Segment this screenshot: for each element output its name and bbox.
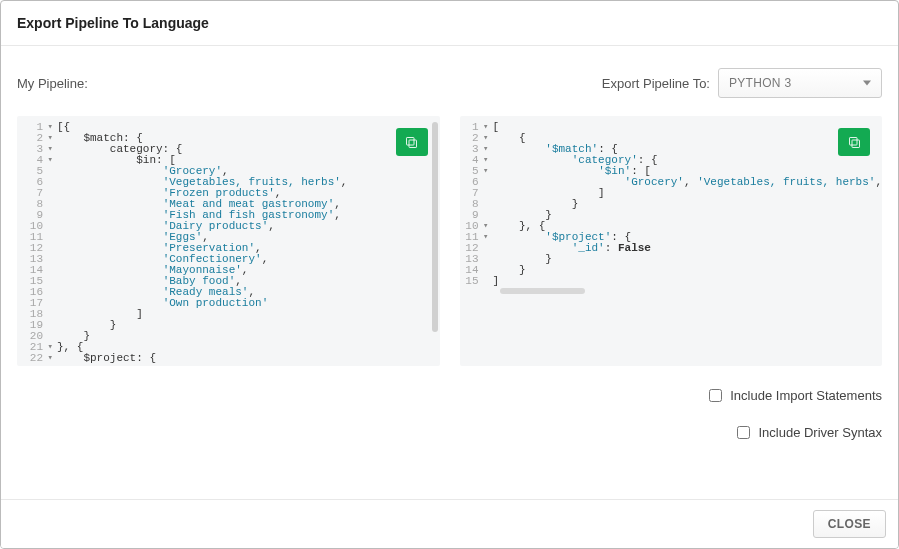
include-imports-checkbox[interactable]: Include Import Statements xyxy=(709,388,882,403)
chevron-down-icon xyxy=(863,81,871,86)
exported-code-pane: 1▾2▾3▾4▾5▾678910▾11▾12131415 [ { '$match… xyxy=(460,116,883,366)
source-code-area[interactable]: 1▾2▾3▾4▾56789101112131415161718192021▾22… xyxy=(17,116,440,364)
svg-rect-2 xyxy=(852,140,860,148)
include-driver-checkbox[interactable]: Include Driver Syntax xyxy=(737,425,882,440)
source-pipeline-pane: 1▾2▾3▾4▾56789101112131415161718192021▾22… xyxy=(17,116,440,366)
dialog-content: My Pipeline: Export Pipeline To: PYTHON … xyxy=(1,46,898,450)
copy-icon xyxy=(404,135,419,150)
svg-rect-3 xyxy=(849,137,857,145)
export-options: Include Import Statements Include Driver… xyxy=(17,388,882,440)
include-imports-label: Include Import Statements xyxy=(730,388,882,403)
dialog-title: Export Pipeline To Language xyxy=(17,15,882,31)
svg-rect-1 xyxy=(407,137,415,145)
copy-exported-button[interactable] xyxy=(838,128,870,156)
include-driver-label: Include Driver Syntax xyxy=(758,425,882,440)
dialog-footer: CLOSE xyxy=(1,499,898,548)
language-dropdown[interactable]: PYTHON 3 xyxy=(718,68,882,98)
scrollbar-horizontal[interactable] xyxy=(500,288,585,294)
close-button[interactable]: CLOSE xyxy=(813,510,886,538)
dialog-header: Export Pipeline To Language xyxy=(1,1,898,46)
svg-rect-0 xyxy=(409,140,417,148)
include-imports-input[interactable] xyxy=(709,389,722,402)
include-driver-input[interactable] xyxy=(737,426,750,439)
language-dropdown-value: PYTHON 3 xyxy=(729,76,791,90)
copy-icon xyxy=(847,135,862,150)
top-row: My Pipeline: Export Pipeline To: PYTHON … xyxy=(17,68,882,98)
code-panes: 1▾2▾3▾4▾56789101112131415161718192021▾22… xyxy=(17,116,882,366)
my-pipeline-label: My Pipeline: xyxy=(17,76,602,91)
export-to-label: Export Pipeline To: xyxy=(602,76,710,91)
scrollbar-vertical[interactable] xyxy=(432,122,438,332)
exported-code-area[interactable]: 1▾2▾3▾4▾5▾678910▾11▾12131415 [ { '$match… xyxy=(460,116,883,287)
copy-source-button[interactable] xyxy=(396,128,428,156)
